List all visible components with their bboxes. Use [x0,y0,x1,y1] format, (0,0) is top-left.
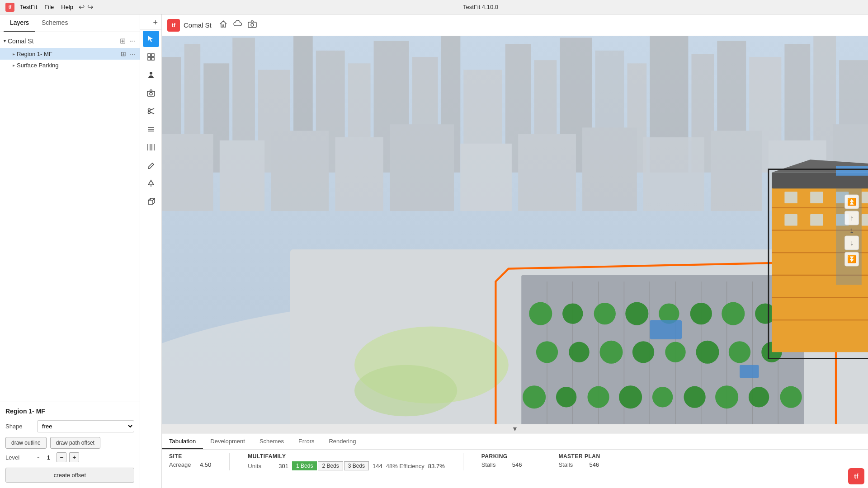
svg-rect-53 [271,131,329,211]
tool-camera[interactable] [143,85,159,101]
shape-label: Shape [5,423,37,430]
chevron-right-icon-2: ▸ [13,63,15,68]
layer-item-region1mf[interactable]: ▸ Region 1- MF ⊞ ··· [0,48,140,60]
viewport-home-button[interactable] [219,19,228,31]
tool-cube[interactable] [143,193,159,210]
shape-select[interactable]: free rectangular custom [37,420,134,432]
masterplan-stalls-label: Stalls [558,461,585,468]
svg-rect-51 [162,134,213,211]
collapse-button[interactable]: ▼ [508,424,522,433]
divider-1 [229,453,230,470]
toolbar: + [140,14,162,488]
menu-testfit[interactable]: TestFit [20,4,37,10]
svg-point-96 [523,385,546,408]
nav-zoom-out-max-button[interactable]: ⏬ [844,252,859,266]
layer-item-surface-parking[interactable]: ▸ Surface Parking [0,60,140,71]
svg-rect-120 [810,214,823,226]
viewport-logo: tf [167,19,180,32]
svg-point-5 [150,72,152,75]
tool-select[interactable] [143,31,159,47]
bed-btn-2[interactable]: 2 Beds [318,461,343,470]
layer-tree: ▾ Comal St ⊞ ··· ▸ Region 1- MF ⊞ ··· ▸ [0,32,140,402]
viewport-camera-button[interactable] [248,19,257,31]
tool-scissors[interactable] [143,103,159,119]
nav-zoom-out-button[interactable]: ↓ [844,235,859,250]
svg-rect-119 [784,214,797,226]
layer-group-comal-st[interactable]: ▾ Comal St ⊞ ··· [0,34,140,48]
parking-stalls-row: Stalls 546 [481,461,522,468]
city-scene [162,36,868,424]
tab-schemes[interactable]: Schemes [35,14,74,32]
tool-pencil[interactable] [143,157,159,174]
viewport-cloud-button[interactable] [233,19,242,31]
tab-tabulation[interactable]: Tabulation [162,434,203,449]
svg-rect-57 [518,134,576,211]
acreage-label: Acreage [169,461,196,468]
nav-zoom-in-max-button[interactable]: ⏫ [844,194,859,209]
bed-btn-1[interactable]: 1 Beds [292,461,317,470]
app-logo: tf [5,3,14,12]
tool-grid[interactable] [143,49,159,65]
svg-point-101 [684,386,705,408]
svg-point-85 [722,302,745,325]
bed-btn-3[interactable]: 3 Beds [344,461,369,470]
svg-point-81 [594,303,616,324]
parking-title: PARKING [481,453,522,460]
masterplan-stats: MASTER PLAN Stalls 546 [558,453,600,468]
multifamily-stats: MULTIFAMILY Units 301 1 Beds 2 Beds 3 Be… [248,453,444,470]
svg-rect-4 [151,57,154,60]
layer-name-surface-parking: Surface Parking [17,62,136,69]
layer-more-button[interactable]: ··· [128,37,136,45]
masterplan-title: MASTER PLAN [558,453,600,460]
tab-errors[interactable]: Errors [291,434,321,449]
properties-panel: Region 1- MF Shape free rectangular cust… [0,402,140,488]
svg-line-11 [150,112,154,114]
menu-help[interactable]: Help [61,4,73,10]
collapse-row: ▼ [162,424,868,434]
undo-button[interactable]: ↩ [79,3,85,11]
chevron-right-icon: ▸ [13,52,15,56]
svg-rect-122 [862,214,868,226]
panel-tabs: Layers Schemes [0,14,140,32]
parking-stalls-value: 546 [512,461,522,468]
draw-outline-button[interactable]: draw outline [5,437,47,449]
layer-group-name: Comal St [8,38,119,45]
menu-file[interactable]: File [44,4,54,10]
bed-count-value: 144 [373,463,382,469]
tab-layers[interactable]: Layers [4,14,35,32]
level-decrement-button[interactable]: − [57,452,66,462]
masterplan-stalls-value: 546 [589,461,599,468]
svg-point-79 [529,302,552,325]
svg-point-82 [625,302,648,325]
tool-tree[interactable] [143,175,159,192]
draw-path-offset-button[interactable]: draw path offset [50,437,100,449]
tool-lines[interactable] [143,121,159,137]
svg-rect-55 [390,124,454,211]
create-offset-button[interactable]: create offset [5,468,134,483]
nav-zoom-in-button[interactable]: ↑ [844,211,859,225]
tool-person[interactable] [143,67,159,83]
bottom-content: SITE Acreage 4.50 MULTIFAMILY Units 301 … [162,450,868,474]
toolbar-add-button[interactable]: + [153,18,158,28]
svg-rect-132 [650,320,682,339]
tool-columns[interactable] [143,139,159,155]
svg-point-91 [632,341,654,363]
viewport-3d[interactable]: ⏫ ↑ 1 ↓ ⏬ [162,36,868,424]
svg-line-10 [150,108,154,110]
tab-schemes[interactable]: Schemes [252,434,291,449]
viewport-nav-icons [219,19,257,31]
svg-marker-19 [148,180,154,185]
svg-rect-58 [582,127,637,211]
layer-item-more-button[interactable]: ··· [129,50,136,57]
redo-button[interactable]: ↪ [87,3,93,11]
tab-rendering[interactable]: Rendering [321,434,363,449]
svg-rect-59 [643,137,704,211]
svg-rect-3 [148,57,151,60]
layer-add-button[interactable]: ⊞ [119,37,127,45]
efficiency-value: 83.7% [428,463,445,469]
masterplan-stalls-row: Stalls 546 [558,461,600,468]
level-increment-button[interactable]: + [69,452,79,462]
properties-title: Region 1- MF [5,408,134,415]
tab-development[interactable]: Development [203,434,252,449]
layer-item-view-button[interactable]: ⊞ [120,50,127,57]
